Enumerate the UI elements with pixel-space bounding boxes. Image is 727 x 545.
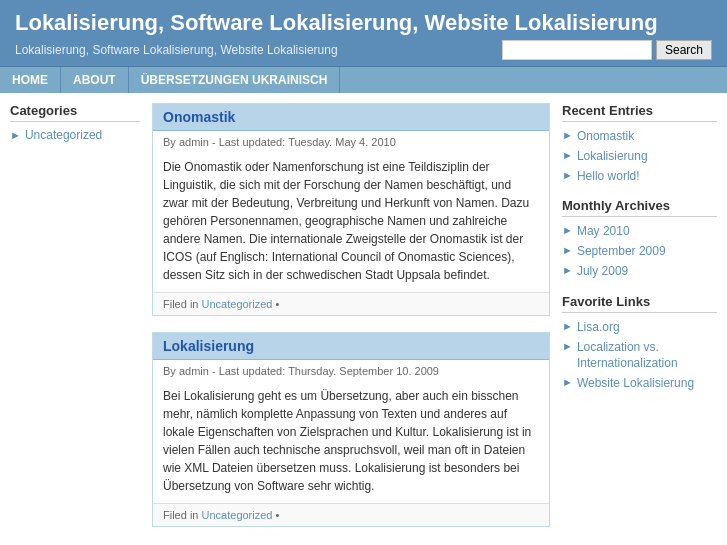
nav-item-uebersetzungen[interactable]: ÜBERSETZUNGEN UKRAINISCH <box>129 67 341 93</box>
post-footer-prefix-2: Filed in <box>163 509 198 521</box>
recent-entry-link-2[interactable]: Hello world! <box>577 168 640 185</box>
search-form: Search <box>502 40 712 60</box>
recent-entry-2: ► Hello world! <box>562 168 717 185</box>
search-button[interactable]: Search <box>656 40 712 60</box>
archive-item-2: ► July 2009 <box>562 263 717 280</box>
arrow-icon: ► <box>10 129 21 141</box>
recent-entry-link-0[interactable]: Onomastik <box>577 128 634 145</box>
post-meta-onomastik: By admin - Last updated: Tuesday. May 4.… <box>153 131 549 152</box>
header: Lokalisierung, Software Lokalisierung, W… <box>0 0 727 66</box>
arrow-icon: ► <box>562 149 573 161</box>
post-onomastik: Onomastik By admin - Last updated: Tuesd… <box>152 103 550 316</box>
arrow-icon: ► <box>562 244 573 256</box>
monthly-archives-section: Monthly Archives ► May 2010 ► September … <box>562 198 717 279</box>
sidebar-right: Recent Entries ► Onomastik ► Lokalisieru… <box>562 103 717 543</box>
post-footer-bullet-1: • <box>276 298 280 310</box>
categories-title: Categories <box>10 103 140 122</box>
fav-link-item-1: ► Localization vs. Internationalization <box>562 339 717 373</box>
archive-link-2[interactable]: July 2009 <box>577 263 628 280</box>
header-bottom: Lokalisierung, Software Lokalisierung, W… <box>15 40 712 60</box>
fav-link-2[interactable]: Website Lokalisierung <box>577 375 694 392</box>
nav-item-about[interactable]: ABOUT <box>61 67 129 93</box>
post-title-onomastik[interactable]: Onomastik <box>153 104 549 131</box>
nav: HOME ABOUT ÜBERSETZUNGEN UKRAINISCH <box>0 66 727 93</box>
post-footer-lokalisierung: Filed in Uncategorized • <box>153 503 549 526</box>
content-wrapper: Categories ► Uncategorized Onomastik By … <box>0 93 727 545</box>
monthly-archives-title: Monthly Archives <box>562 198 717 217</box>
favorite-links-section: Favorite Links ► Lisa.org ► Localization… <box>562 294 717 392</box>
recent-entry-link-1[interactable]: Lokalisierung <box>577 148 648 165</box>
arrow-icon: ► <box>562 376 573 388</box>
post-footer-cat-1[interactable]: Uncategorized <box>202 298 273 310</box>
main-content: Onomastik By admin - Last updated: Tuesd… <box>152 103 550 543</box>
archive-link-1[interactable]: September 2009 <box>577 243 666 260</box>
post-footer-prefix-1: Filed in <box>163 298 198 310</box>
arrow-icon: ► <box>562 340 573 352</box>
archive-item-1: ► September 2009 <box>562 243 717 260</box>
arrow-icon: ► <box>562 264 573 276</box>
archive-link-0[interactable]: May 2010 <box>577 223 630 240</box>
fav-link-item-2: ► Website Lokalisierung <box>562 375 717 392</box>
nav-item-home[interactable]: HOME <box>0 67 61 93</box>
recent-entries-title: Recent Entries <box>562 103 717 122</box>
sidebar-left: Categories ► Uncategorized <box>10 103 140 543</box>
post-body-onomastik: Die Onomastik oder Namenforschung ist ei… <box>153 152 549 292</box>
search-input[interactable] <box>502 40 652 60</box>
post-body-lokalisierung: Bei Lokalisierung geht es um Übersetzung… <box>153 381 549 503</box>
recent-entry-1: ► Lokalisierung <box>562 148 717 165</box>
archive-item-0: ► May 2010 <box>562 223 717 240</box>
arrow-icon: ► <box>562 129 573 141</box>
post-footer-bullet-2: • <box>276 509 280 521</box>
post-meta-lokalisierung: By admin - Last updated: Thursday. Septe… <box>153 360 549 381</box>
post-footer-cat-2[interactable]: Uncategorized <box>202 509 273 521</box>
fav-link-0[interactable]: Lisa.org <box>577 319 620 336</box>
post-footer-onomastik: Filed in Uncategorized • <box>153 292 549 315</box>
site-title: Lokalisierung, Software Lokalisierung, W… <box>15 10 712 36</box>
arrow-icon: ► <box>562 320 573 332</box>
recent-entry-0: ► Onomastik <box>562 128 717 145</box>
post-title-lokalisierung[interactable]: Lokalisierung <box>153 333 549 360</box>
fav-link-1[interactable]: Localization vs. Internationalization <box>577 339 717 373</box>
sidebar-item-uncategorized: ► Uncategorized <box>10 128 140 142</box>
arrow-icon: ► <box>562 169 573 181</box>
recent-entries-section: Recent Entries ► Onomastik ► Lokalisieru… <box>562 103 717 184</box>
uncategorized-link[interactable]: Uncategorized <box>25 128 102 142</box>
post-lokalisierung: Lokalisierung By admin - Last updated: T… <box>152 332 550 527</box>
favorite-links-title: Favorite Links <box>562 294 717 313</box>
site-subtitle: Lokalisierung, Software Lokalisierung, W… <box>15 43 338 57</box>
arrow-icon: ► <box>562 224 573 236</box>
fav-link-item-0: ► Lisa.org <box>562 319 717 336</box>
